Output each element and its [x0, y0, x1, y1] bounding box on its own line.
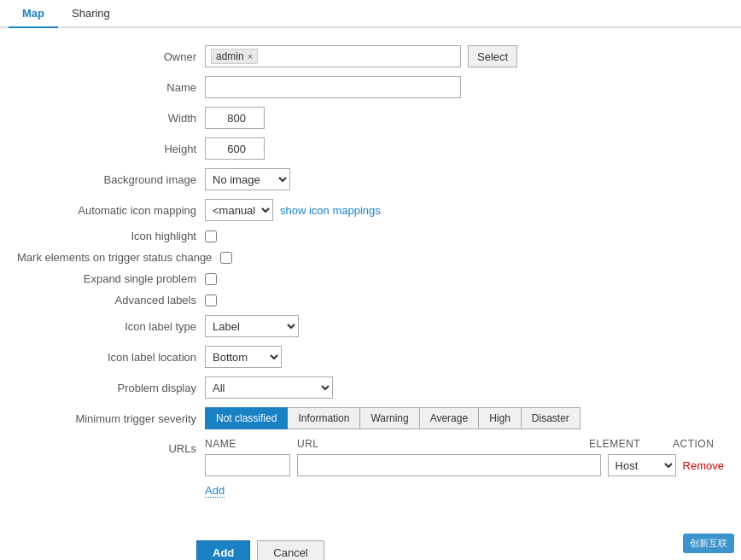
owner-field[interactable]: admin × [205, 45, 461, 67]
height-label: Height [17, 143, 205, 155]
footer-buttons: Add Cancel [0, 523, 741, 560]
width-label: Width [17, 112, 205, 125]
url-row: Host Trigger Remove [205, 454, 724, 476]
owner-control: admin × Select [205, 45, 517, 67]
height-row: Height [17, 137, 724, 160]
tabs-bar: Map Sharing [0, 0, 741, 28]
min-trigger-severity-control: Not classified Information Warning Avera… [205, 407, 580, 429]
name-label: Name [17, 81, 205, 94]
auto-icon-mapping-control: <manual> show icon mappings [205, 199, 381, 221]
url-element-select[interactable]: Host Trigger [608, 454, 676, 476]
urls-header-name: NAME [205, 438, 290, 450]
mark-elements-checkbox[interactable] [220, 252, 232, 264]
advanced-labels-checkbox[interactable] [205, 295, 217, 306]
form-container: Owner admin × Select Name Width Height [0, 28, 741, 523]
advanced-labels-control [205, 295, 217, 306]
icon-highlight-row: Icon highlight [17, 230, 724, 242]
url-remove-button[interactable]: Remove [683, 459, 724, 472]
width-row: Width [17, 107, 724, 129]
mark-elements-control [220, 252, 232, 264]
expand-single-problem-control [205, 273, 217, 285]
urls-add-link[interactable]: Add [205, 484, 225, 498]
owner-tag-value: admin [216, 50, 244, 62]
severity-btn-average[interactable]: Average [419, 407, 479, 429]
problem-display-select[interactable]: All Separated Single line [205, 376, 333, 399]
mark-elements-label: Mark elements on trigger status change [17, 251, 220, 264]
name-control [205, 76, 461, 98]
advanced-labels-row: Advanced labels [17, 294, 724, 306]
url-name-input[interactable] [205, 454, 290, 476]
urls-header: NAME URL ELEMENT ACTION [205, 438, 724, 450]
auto-icon-mapping-row: Automatic icon mapping <manual> show ico… [17, 199, 724, 221]
owner-select-button[interactable]: Select [468, 45, 517, 67]
height-input[interactable] [205, 137, 265, 160]
background-image-control: No image [205, 168, 290, 190]
auto-icon-mapping-select[interactable]: <manual> [205, 199, 273, 221]
show-icon-mappings-link[interactable]: show icon mappings [280, 204, 381, 217]
urls-section: URLs NAME URL ELEMENT ACTION Host Trigge… [17, 438, 724, 498]
owner-label: Owner [17, 50, 205, 63]
icon-label-type-control: Label IP Name Status Nothing [205, 315, 299, 337]
icon-highlight-control [205, 230, 217, 242]
severity-btn-warning[interactable]: Warning [359, 407, 419, 429]
tab-map[interactable]: Map [9, 0, 58, 28]
auto-icon-mapping-label: Automatic icon mapping [17, 204, 205, 217]
expand-single-problem-row: Expand single problem [17, 272, 724, 285]
icon-highlight-checkbox[interactable] [205, 230, 217, 242]
name-row: Name [17, 76, 724, 98]
mark-elements-row: Mark elements on trigger status change [17, 251, 724, 264]
owner-row: Owner admin × Select [17, 45, 724, 67]
icon-label-type-row: Icon label type Label IP Name Status Not… [17, 315, 724, 337]
urls-header-action: ACTION [673, 438, 724, 450]
expand-single-problem-checkbox[interactable] [205, 273, 217, 285]
min-trigger-severity-row: Minimum trigger severity Not classified … [17, 407, 724, 429]
icon-label-location-control: Bottom Left Right Top [205, 346, 282, 368]
width-control [205, 107, 265, 129]
problem-display-control: All Separated Single line [205, 376, 333, 399]
urls-label: URLs [17, 438, 205, 455]
icon-highlight-label: Icon highlight [17, 230, 205, 242]
urls-header-element: ELEMENT [589, 438, 666, 450]
severity-btn-not-classified[interactable]: Not classified [205, 407, 288, 429]
url-url-input[interactable] [297, 454, 601, 476]
severity-btn-disaster[interactable]: Disaster [521, 407, 581, 429]
icon-label-location-select[interactable]: Bottom Left Right Top [205, 346, 282, 368]
watermark: 创新互联 [683, 534, 734, 553]
advanced-labels-label: Advanced labels [17, 294, 205, 306]
owner-tag-remove[interactable]: × [248, 51, 253, 61]
severity-btn-information[interactable]: Information [287, 407, 360, 429]
tab-sharing[interactable]: Sharing [58, 0, 124, 26]
icon-label-location-label: Icon label location [17, 351, 205, 364]
problem-display-label: Problem display [17, 382, 205, 394]
expand-single-problem-label: Expand single problem [17, 272, 205, 285]
add-button[interactable]: Add [196, 540, 250, 560]
icon-label-type-label: Icon label type [17, 320, 205, 333]
owner-tag: admin × [211, 49, 258, 64]
cancel-button[interactable]: Cancel [257, 540, 324, 560]
icon-label-location-row: Icon label location Bottom Left Right To… [17, 346, 724, 368]
icon-label-type-select[interactable]: Label IP Name Status Nothing [205, 315, 299, 337]
background-image-select[interactable]: No image [205, 168, 290, 190]
min-trigger-severity-label: Minimum trigger severity [17, 412, 205, 425]
urls-table: NAME URL ELEMENT ACTION Host Trigger Rem… [205, 438, 724, 498]
problem-display-row: Problem display All Separated Single lin… [17, 376, 724, 399]
width-input[interactable] [205, 107, 265, 129]
background-image-label: Background image [17, 173, 205, 186]
height-control [205, 137, 265, 160]
background-image-row: Background image No image [17, 168, 724, 190]
severity-buttons-group: Not classified Information Warning Avera… [205, 407, 580, 429]
severity-btn-high[interactable]: High [478, 407, 522, 429]
urls-header-url: URL [297, 438, 582, 450]
name-input[interactable] [205, 76, 461, 98]
